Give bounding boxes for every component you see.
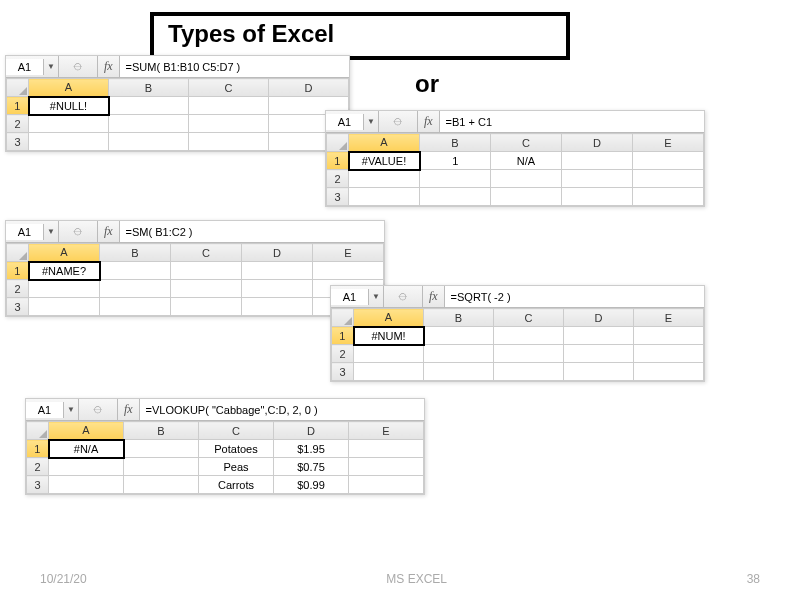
cell[interactable] bbox=[420, 170, 491, 188]
name-box-dropdown-icon[interactable]: ▼ bbox=[44, 56, 59, 77]
cell[interactable] bbox=[564, 327, 634, 345]
fx-icon[interactable]: fx bbox=[417, 111, 440, 132]
spreadsheet-grid[interactable]: A B C D 1 #NULL! 2 3 bbox=[6, 78, 349, 151]
cell-e1[interactable] bbox=[349, 440, 424, 458]
row-header-3[interactable]: 3 bbox=[27, 476, 49, 494]
cell-a1[interactable]: #NULL! bbox=[29, 97, 109, 115]
cell-e2[interactable] bbox=[349, 458, 424, 476]
cell[interactable] bbox=[564, 345, 634, 363]
row-header-3[interactable]: 3 bbox=[7, 298, 29, 316]
col-header-b[interactable]: B bbox=[100, 244, 171, 262]
select-all-corner[interactable] bbox=[27, 422, 49, 440]
col-header-a[interactable]: A bbox=[29, 79, 109, 97]
name-box[interactable]: A1 bbox=[331, 289, 369, 305]
fx-icon[interactable]: fx bbox=[97, 56, 120, 77]
cell[interactable] bbox=[634, 363, 704, 381]
cell[interactable] bbox=[349, 188, 420, 206]
col-header-a[interactable]: A bbox=[49, 422, 124, 440]
cell[interactable] bbox=[100, 280, 171, 298]
name-box[interactable]: A1 bbox=[6, 59, 44, 75]
cell[interactable] bbox=[424, 345, 494, 363]
cell[interactable] bbox=[242, 298, 313, 316]
col-header-c[interactable]: C bbox=[199, 422, 274, 440]
cell[interactable] bbox=[494, 345, 564, 363]
row-header-3[interactable]: 3 bbox=[327, 188, 349, 206]
cell[interactable] bbox=[634, 345, 704, 363]
fx-icon[interactable]: fx bbox=[117, 399, 140, 420]
cell[interactable] bbox=[494, 327, 564, 345]
cell[interactable] bbox=[420, 188, 491, 206]
col-header-e[interactable]: E bbox=[313, 244, 384, 262]
spreadsheet-grid[interactable]: A B C D E 1 #NUM! 2 3 bbox=[331, 308, 704, 381]
select-all-corner[interactable] bbox=[7, 244, 29, 262]
cell-a3[interactable] bbox=[49, 476, 124, 494]
col-header-e[interactable]: E bbox=[634, 309, 704, 327]
cell-a1[interactable]: #VALUE! bbox=[349, 152, 420, 170]
cell[interactable] bbox=[633, 188, 704, 206]
cell[interactable] bbox=[562, 170, 633, 188]
col-header-c[interactable]: C bbox=[491, 134, 562, 152]
cell[interactable] bbox=[242, 262, 313, 280]
cell-a1[interactable]: #NAME? bbox=[29, 262, 100, 280]
cell[interactable] bbox=[354, 363, 424, 381]
cell[interactable] bbox=[29, 280, 100, 298]
row-header-1[interactable]: 1 bbox=[7, 97, 29, 115]
col-header-d[interactable]: D bbox=[564, 309, 634, 327]
cell[interactable] bbox=[109, 115, 189, 133]
col-header-a[interactable]: A bbox=[354, 309, 424, 327]
select-all-corner[interactable] bbox=[7, 79, 29, 97]
col-header-d[interactable]: D bbox=[269, 79, 349, 97]
cell[interactable] bbox=[313, 262, 384, 280]
cell-d1[interactable] bbox=[562, 152, 633, 170]
cell-e3[interactable] bbox=[349, 476, 424, 494]
cell-a1[interactable]: #N/A bbox=[49, 440, 124, 458]
cell-b1[interactable] bbox=[109, 97, 189, 115]
row-header-2[interactable]: 2 bbox=[7, 115, 29, 133]
row-header-1[interactable]: 1 bbox=[27, 440, 49, 458]
row-header-1[interactable]: 1 bbox=[327, 152, 349, 170]
row-header-2[interactable]: 2 bbox=[327, 170, 349, 188]
cell[interactable] bbox=[242, 280, 313, 298]
cell-e1[interactable] bbox=[633, 152, 704, 170]
col-header-c[interactable]: C bbox=[494, 309, 564, 327]
cell[interactable] bbox=[29, 133, 109, 151]
cell[interactable] bbox=[354, 345, 424, 363]
cell-b3[interactable] bbox=[124, 476, 199, 494]
cell-c1[interactable]: Potatoes bbox=[199, 440, 274, 458]
col-header-a[interactable]: A bbox=[349, 134, 420, 152]
spreadsheet-grid[interactable]: A B C D E 1 #NAME? 2 3 bbox=[6, 243, 384, 316]
col-header-a[interactable]: A bbox=[29, 244, 100, 262]
cell-b1[interactable]: 1 bbox=[420, 152, 491, 170]
cell[interactable] bbox=[424, 363, 494, 381]
formula-input[interactable]: =VLOOKUP( "Cabbage",C:D, 2, 0 ) bbox=[140, 399, 424, 420]
formula-input[interactable]: =SQRT( -2 ) bbox=[445, 286, 704, 307]
select-all-corner[interactable] bbox=[332, 309, 354, 327]
row-header-2[interactable]: 2 bbox=[7, 280, 29, 298]
name-box[interactable]: A1 bbox=[6, 224, 44, 240]
cell-b1[interactable] bbox=[124, 440, 199, 458]
cell[interactable] bbox=[189, 133, 269, 151]
cell[interactable] bbox=[189, 115, 269, 133]
row-header-2[interactable]: 2 bbox=[332, 345, 354, 363]
fx-icon[interactable]: fx bbox=[422, 286, 445, 307]
cell[interactable] bbox=[29, 115, 109, 133]
cell-a1[interactable]: #NUM! bbox=[354, 327, 424, 345]
col-header-b[interactable]: B bbox=[109, 79, 189, 97]
cell-a2[interactable] bbox=[49, 458, 124, 476]
cell[interactable] bbox=[100, 298, 171, 316]
col-header-b[interactable]: B bbox=[124, 422, 199, 440]
cell[interactable] bbox=[171, 298, 242, 316]
col-header-b[interactable]: B bbox=[424, 309, 494, 327]
col-header-e[interactable]: E bbox=[633, 134, 704, 152]
cell[interactable] bbox=[562, 188, 633, 206]
col-header-c[interactable]: C bbox=[171, 244, 242, 262]
row-header-2[interactable]: 2 bbox=[27, 458, 49, 476]
row-header-3[interactable]: 3 bbox=[7, 133, 29, 151]
cell-c2[interactable]: Peas bbox=[199, 458, 274, 476]
cell-b2[interactable] bbox=[124, 458, 199, 476]
formula-input[interactable]: =SUM( B1:B10 C5:D7 ) bbox=[120, 56, 349, 77]
formula-input[interactable]: =SM( B1:C2 ) bbox=[120, 221, 384, 242]
name-box-dropdown-icon[interactable]: ▼ bbox=[369, 286, 384, 307]
cell-c1[interactable] bbox=[189, 97, 269, 115]
row-header-1[interactable]: 1 bbox=[332, 327, 354, 345]
